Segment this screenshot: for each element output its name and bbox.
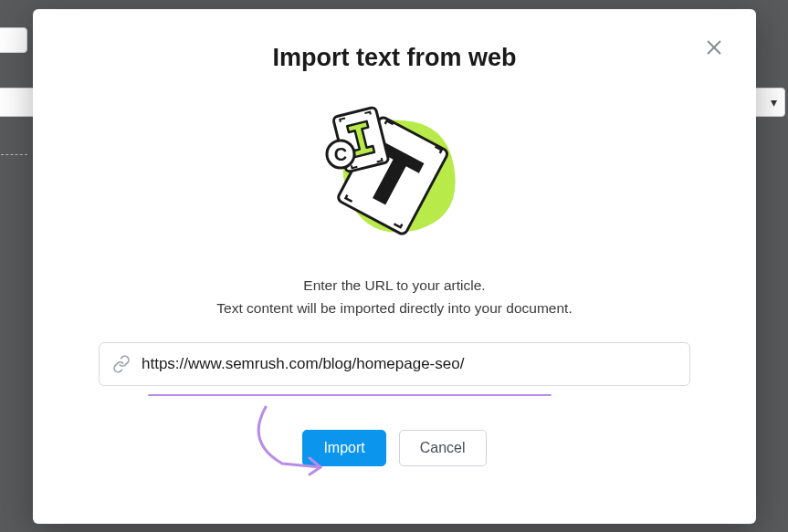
import-button[interactable]: Import bbox=[302, 430, 385, 466]
chevron-down-icon: ▾ bbox=[771, 95, 777, 110]
annotation-underline bbox=[148, 394, 552, 396]
svg-text:C: C bbox=[334, 144, 347, 164]
cancel-button[interactable]: Cancel bbox=[399, 430, 487, 466]
link-icon bbox=[112, 355, 131, 373]
url-input-container[interactable] bbox=[99, 342, 690, 386]
url-input[interactable] bbox=[142, 355, 677, 373]
modal-title: Import text from web bbox=[77, 44, 712, 72]
instruction-line-1: Enter the URL to your article. bbox=[77, 275, 712, 297]
close-icon bbox=[704, 37, 724, 57]
illustration: C bbox=[77, 98, 712, 253]
bg-fragment: rt bbox=[0, 27, 27, 53]
import-text-modal: Import text from web bbox=[33, 9, 756, 524]
bg-fragment: ort bbox=[0, 137, 27, 155]
text-import-illustration-icon: C bbox=[317, 98, 472, 253]
close-button[interactable] bbox=[698, 31, 730, 64]
instruction-line-2: Text content will be imported directly i… bbox=[77, 297, 712, 320]
instruction-text: Enter the URL to your article. Text cont… bbox=[77, 275, 712, 320]
button-row: Import Cancel bbox=[77, 430, 712, 466]
